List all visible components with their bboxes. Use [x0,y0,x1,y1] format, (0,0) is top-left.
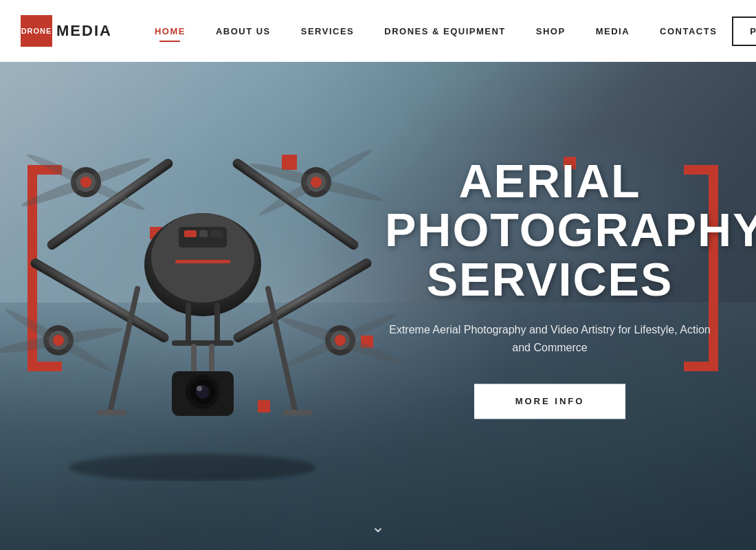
nav-contacts[interactable]: CONTACTS [645,26,732,36]
svg-point-42 [197,386,202,391]
svg-point-6 [69,454,316,481]
main-nav: HOME ABOUT US SERVICES DRONES & EQUIPMEN… [140,16,756,46]
svg-rect-34 [214,302,220,344]
svg-point-28 [151,213,254,302]
logo-drone-text: DRONE [21,28,52,35]
more-info-button[interactable]: MORE INFO [474,384,626,419]
nav-shop[interactable]: SHOP [521,26,581,36]
svg-point-48 [80,177,91,188]
nav-media[interactable]: MEDIA [581,26,645,36]
svg-rect-47 [175,260,230,263]
hero-subtitle: Extreme Aerial Photography and Video Art… [385,322,715,357]
hero-section: AERIAL PHOTOGRAPHY SERVICES Extreme Aeri… [0,0,756,550]
portfolio-button[interactable]: PORTFOLIO [732,16,756,46]
main-header: DRONE MEDIA HOME ABOUT US SERVICES DRONE… [0,0,756,62]
svg-point-49 [311,177,322,188]
logo-box: DRONE [21,15,52,47]
nav-about[interactable]: ABOUT US [201,26,286,36]
nav-services[interactable]: SERVICES [286,26,370,36]
logo[interactable]: DRONE MEDIA [21,15,112,47]
svg-point-51 [335,335,346,346]
svg-point-50 [53,335,64,346]
nav-drones[interactable]: DRONES & EQUIPMENT [369,26,521,36]
hero-content: AERIAL PHOTOGRAPHY SERVICES Extreme Aeri… [385,157,715,419]
svg-rect-35 [172,340,234,346]
drone-image [0,82,426,481]
svg-rect-31 [199,230,208,237]
nav-home[interactable]: HOME [140,26,201,36]
svg-rect-33 [186,302,191,344]
svg-rect-32 [210,230,223,237]
scroll-down-icon[interactable]: ⌄ [371,517,385,536]
logo-media-text: MEDIA [56,22,112,40]
svg-rect-30 [184,230,197,237]
hero-title: AERIAL PHOTOGRAPHY SERVICES [385,157,715,304]
